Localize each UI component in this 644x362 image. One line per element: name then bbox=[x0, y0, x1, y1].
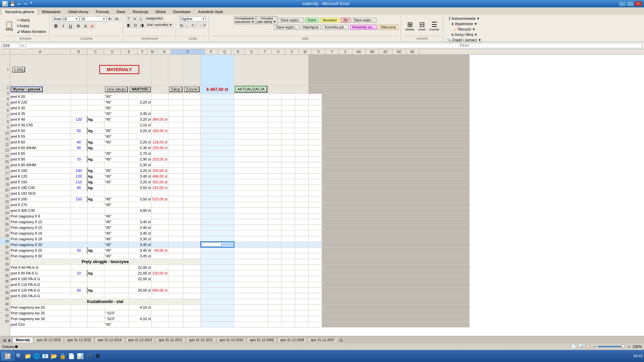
col-header-U[interactable]: U bbox=[272, 49, 285, 54]
font-family-dropdown[interactable]: Arial CE▼ bbox=[52, 16, 79, 21]
sheet-tab-2009[interactable]: spis 31-12-2009 bbox=[247, 337, 277, 343]
tab-recenzja[interactable]: Recenzja bbox=[129, 8, 152, 15]
zoom-out-button[interactable]: − bbox=[593, 345, 595, 349]
sheet-tab-2012[interactable]: spis 31-12-2012 bbox=[155, 337, 185, 343]
sheet-tab-2013[interactable]: spis 31-12-2013 bbox=[125, 337, 155, 343]
col-header-C[interactable]: C bbox=[87, 49, 104, 54]
taskbar-email[interactable]: 📧 bbox=[42, 352, 49, 360]
wartosc-button[interactable]: WARTOŚĆ bbox=[129, 86, 151, 92]
dane-wejsciowe-style[interactable]: Dane wejśc... bbox=[352, 18, 376, 23]
sort-filter-button[interactable]: ⇅ Sortuj i filtruj ▼ bbox=[450, 32, 479, 37]
col-header-AD[interactable]: AD bbox=[392, 49, 406, 54]
dane-wyjsciowe-style[interactable]: Dane wyjści... bbox=[278, 18, 304, 23]
grid[interactable]: s ortuj MATERIAŁY bbox=[10, 55, 644, 336]
taskbar-extra[interactable]: 🖥 bbox=[94, 352, 101, 360]
col-header-E[interactable]: E bbox=[121, 49, 138, 54]
tab-deweloper[interactable]: Deweloper bbox=[169, 8, 195, 15]
cena-zakupu-button[interactable]: cena zakupu bbox=[105, 86, 128, 92]
neutralne-style[interactable]: Neutralne bbox=[320, 18, 339, 23]
sheet-tab-2016[interactable]: spis 31-12-2016 bbox=[34, 337, 64, 343]
zoom-in-button[interactable]: + bbox=[628, 345, 630, 349]
selected-cell-O29[interactable] bbox=[201, 242, 234, 247]
font-color-button[interactable]: A bbox=[89, 23, 95, 29]
dane-wyjsciowe2-style[interactable]: Dane wyjści... bbox=[274, 25, 299, 30]
format-painter-button[interactable]: 🖌 Malarz formatów bbox=[16, 29, 47, 34]
bold-button[interactable]: B bbox=[52, 23, 60, 29]
sheet-tab-2010[interactable]: spis 31-12-2010 bbox=[216, 337, 247, 343]
start-button[interactable]: 🪟 bbox=[1, 352, 14, 360]
col-header-V[interactable]: V bbox=[285, 49, 299, 54]
find-select-button[interactable]: 🔍 Znajdź i zaznacz ▼ bbox=[446, 38, 483, 43]
col-header-P[interactable]: P bbox=[205, 49, 218, 54]
clear-button[interactable]: 🧹 Wyczyść ▼ bbox=[452, 27, 477, 32]
tab-scroll-left[interactable]: ◀ bbox=[1, 338, 7, 343]
tab-dane[interactable]: Dane bbox=[113, 8, 129, 15]
increase-decimal-button[interactable]: .0→ bbox=[190, 23, 198, 28]
merge-button[interactable]: Scal i wyśrodkuj ▼ bbox=[146, 22, 174, 28]
hiperlacze-style[interactable]: Hiperlącze bbox=[301, 25, 321, 30]
sheet-tab-2014[interactable]: spis 31-12-2014 bbox=[95, 337, 125, 343]
align-left-button[interactable]: ◧ bbox=[126, 22, 132, 28]
col-header-B[interactable]: B bbox=[70, 49, 87, 54]
align-bottom-button[interactable]: ⊥ bbox=[138, 16, 144, 22]
view-break-icon[interactable]: 📋 bbox=[586, 344, 591, 349]
komorka-pol-style[interactable]: Komórka pol... bbox=[322, 25, 348, 30]
taskbar-explorer[interactable]: 📁 bbox=[24, 352, 32, 360]
tab-formuly[interactable]: Formuły bbox=[92, 8, 113, 15]
taskbar-ie[interactable]: 🌐 bbox=[33, 352, 40, 360]
sheet-tab-2007[interactable]: spis 31-12-2007 bbox=[308, 337, 338, 343]
tab-autodesk-vault[interactable]: Autodesk Vault bbox=[195, 8, 226, 15]
decrease-font-button[interactable]: A↓ bbox=[114, 16, 121, 21]
sheet-tab-materialy[interactable]: Materiały bbox=[13, 337, 33, 343]
col-header-M[interactable]: M bbox=[148, 49, 158, 54]
col-header-S[interactable]: S bbox=[245, 49, 258, 54]
zakup-button[interactable]: Zakup bbox=[169, 86, 182, 92]
tab-widok[interactable]: Widok bbox=[152, 8, 170, 15]
zoom-slider[interactable] bbox=[598, 346, 625, 347]
percent-button[interactable]: % bbox=[179, 23, 185, 28]
paste-button[interactable]: 📋 Wklej bbox=[3, 20, 15, 32]
conditional-format-button[interactable]: Formatowaniewarunkowe ▼ bbox=[234, 16, 256, 24]
number-format-dropdown[interactable]: Ogólne▼ bbox=[179, 16, 206, 21]
increase-font-button[interactable]: A↑ bbox=[107, 16, 114, 21]
col-header-AA[interactable]: AA bbox=[352, 49, 366, 54]
fill-color-button[interactable]: A bbox=[83, 23, 88, 29]
save-button[interactable]: 💾 bbox=[9, 1, 16, 7]
col-header-R[interactable]: R bbox=[231, 49, 245, 54]
copy-button[interactable]: ⎘ Kopiuj bbox=[16, 23, 47, 28]
tab-add[interactable]: ⊕ bbox=[338, 338, 344, 343]
tab-scroll-right[interactable]: ▶ bbox=[7, 338, 13, 343]
view-normal-icon[interactable]: 📄 bbox=[571, 344, 576, 349]
sheet-tab-2015[interactable]: spis 31-12-2015 bbox=[64, 337, 94, 343]
wymiar-button[interactable]: Wymiar i gatunek bbox=[11, 86, 43, 92]
col-header-T[interactable]: T bbox=[258, 49, 272, 54]
col-header-O[interactable]: O bbox=[171, 49, 205, 54]
col-header-Z[interactable]: Z bbox=[339, 49, 352, 54]
taskbar-acrobat[interactable]: 📄 bbox=[68, 352, 75, 360]
fill-button[interactable]: ⬇ Wypełnienie ▼ bbox=[450, 21, 479, 26]
sortuj-button[interactable]: s ortuj bbox=[12, 67, 25, 72]
col-header-A[interactable]: A bbox=[10, 49, 70, 54]
zuzycie-button[interactable]: Zużycie bbox=[184, 86, 200, 92]
cell-reference-input[interactable] bbox=[1, 43, 20, 48]
dobre-style[interactable]: Dobre bbox=[305, 18, 319, 23]
obliczenia-style[interactable]: Obliczenia bbox=[378, 25, 398, 30]
cut-button[interactable]: ✂ Wytnij bbox=[16, 18, 47, 23]
decrease-decimal-button[interactable]: ←.0 bbox=[199, 23, 207, 28]
tab-wstawianie[interactable]: Wstawianie bbox=[38, 8, 64, 15]
taskbar-search[interactable]: 🔍 bbox=[15, 352, 23, 360]
font-size-dropdown[interactable]: 10▼ bbox=[80, 16, 107, 21]
tab-uklad-strony[interactable]: Układ strony bbox=[64, 8, 92, 15]
col-header-W[interactable]: W bbox=[299, 49, 312, 54]
col-header-AB[interactable]: AB bbox=[366, 49, 379, 54]
col-header-Q[interactable]: Q bbox=[218, 49, 231, 54]
format-button[interactable]: ☰ Format bbox=[428, 20, 441, 32]
taskbar-music[interactable]: 🎵 bbox=[85, 352, 93, 360]
zle-style[interactable]: Złe bbox=[341, 18, 350, 23]
col-header-X[interactable]: X bbox=[312, 49, 325, 54]
minimize-button[interactable]: − bbox=[619, 1, 626, 6]
delete-button[interactable]: ⊟ Usuń bbox=[417, 20, 427, 32]
insert-button[interactable]: ⊞ Wstaw bbox=[404, 20, 416, 32]
aktualizacja-button[interactable]: AKTUALIZACJA bbox=[235, 86, 267, 93]
col-header-F[interactable]: F bbox=[138, 49, 148, 54]
